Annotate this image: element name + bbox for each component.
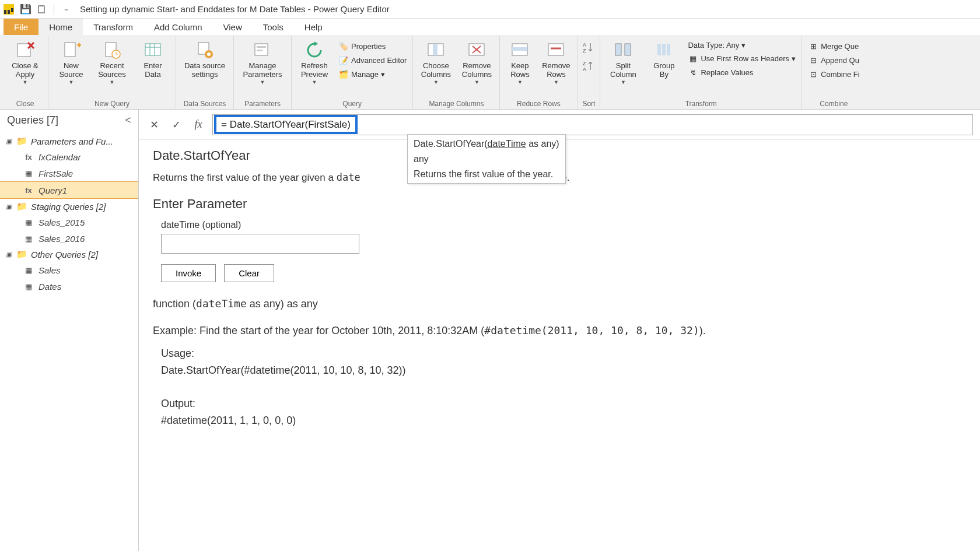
keep-rows-icon bbox=[509, 40, 530, 61]
manage-label: Manage bbox=[351, 70, 379, 79]
manage-button[interactable]: 🗂️Manage ▾ bbox=[336, 68, 409, 80]
invoke-button[interactable]: Invoke bbox=[161, 264, 216, 282]
svg-text:Z: Z bbox=[583, 48, 586, 54]
remove-columns-button[interactable]: Remove Columns ▼ bbox=[457, 38, 496, 86]
ribbon-tabs: File Home Transform Add Column View Tool… bbox=[0, 19, 980, 35]
tab-transform[interactable]: Transform bbox=[83, 19, 144, 35]
sort-asc-button[interactable]: AZ bbox=[581, 40, 596, 55]
replace-values-label: Replace Values bbox=[701, 68, 753, 77]
tree-item-sales2015[interactable]: ▦ Sales_2015 bbox=[0, 214, 138, 230]
tree-item-label: FirstSale bbox=[38, 169, 73, 178]
svg-rect-32 bbox=[625, 44, 631, 55]
funcline-mid: as any) as any bbox=[247, 298, 318, 310]
svg-rect-19 bbox=[433, 44, 438, 55]
enter-data-button[interactable]: Enter Data bbox=[134, 38, 172, 80]
choose-columns-label: Choose Columns bbox=[421, 62, 451, 79]
refresh-icon bbox=[304, 40, 325, 61]
tree-item-sales[interactable]: ▦ Sales bbox=[0, 262, 138, 278]
group-by-icon bbox=[653, 40, 674, 61]
remove-rows-button[interactable]: Remove Rows ▼ bbox=[538, 38, 573, 86]
group-label-query: Query bbox=[342, 99, 362, 109]
tree-group-staging[interactable]: ▣ 📁 Staging Queries [2] bbox=[0, 199, 138, 214]
new-source-icon: ✦ bbox=[61, 40, 82, 61]
tab-file[interactable]: File bbox=[4, 19, 38, 35]
cancel-formula-button[interactable]: ✕ bbox=[146, 117, 162, 133]
group-label-combine: Combine bbox=[820, 99, 848, 109]
manage-parameters-button[interactable]: Manage Parameters ▼ bbox=[237, 38, 288, 86]
enter-parameter-heading: Enter Parameter bbox=[153, 196, 966, 212]
collapse-pane-icon[interactable]: < bbox=[125, 114, 131, 127]
keep-rows-button[interactable]: Keep Rows ▼ bbox=[503, 38, 536, 86]
table-icon: ▦ bbox=[23, 281, 34, 292]
param-input[interactable] bbox=[161, 234, 359, 254]
formula-suffix: ) bbox=[347, 119, 351, 130]
tree-item-fxcalendar[interactable]: fx fxCalendar bbox=[0, 149, 138, 165]
tab-home[interactable]: Home bbox=[38, 19, 83, 35]
undo-icon[interactable] bbox=[36, 3, 48, 15]
append-queries-label: Append Qu bbox=[821, 56, 859, 65]
properties-button[interactable]: 🏷️Properties bbox=[336, 40, 409, 52]
formula-input[interactable]: = Date.StartOfYear(FirstSale) bbox=[212, 114, 973, 135]
first-row-headers-button[interactable]: ▦Use First Row as Headers ▾ bbox=[685, 52, 798, 65]
replace-icon: ↯ bbox=[688, 67, 698, 78]
function-doc: Date.StartOfYear Returns the first value… bbox=[139, 140, 980, 437]
refresh-preview-button[interactable]: Refresh Preview ▼ bbox=[295, 38, 334, 86]
table-icon: ▦ bbox=[23, 265, 34, 275]
dropdown-arrow-icon: ▼ bbox=[110, 79, 115, 85]
svg-rect-25 bbox=[548, 44, 564, 55]
split-column-icon bbox=[612, 40, 634, 61]
data-type-button[interactable]: Data Type: Any ▾ bbox=[685, 40, 798, 51]
clear-button[interactable]: Clear bbox=[224, 264, 274, 282]
qat-dropdown-icon[interactable]: ₌ bbox=[60, 3, 72, 15]
tooltip-sig-param: dateTime bbox=[488, 139, 526, 149]
tab-addcolumn[interactable]: Add Column bbox=[144, 19, 213, 35]
tree-group-parameters[interactable]: ▣ 📁 Parameters and Fu... bbox=[0, 134, 138, 149]
recent-sources-icon bbox=[102, 40, 123, 61]
dropdown-arrow-icon: ▼ bbox=[69, 79, 74, 85]
tree-item-firstsale[interactable]: ▦ FirstSale bbox=[0, 165, 138, 181]
param-label: dateTime (optional) bbox=[161, 220, 966, 230]
fx-icon: fx bbox=[23, 152, 34, 162]
sort-desc-button[interactable]: ZA bbox=[581, 58, 596, 73]
workspace: Queries [7] < ▣ 📁 Parameters and Fu... f… bbox=[0, 110, 980, 551]
accept-formula-button[interactable]: ✓ bbox=[168, 117, 184, 133]
close-apply-button[interactable]: Close & Apply ▼ bbox=[6, 38, 44, 86]
save-icon[interactable]: 💾 bbox=[20, 3, 32, 15]
data-source-settings-button[interactable]: Data source settings bbox=[180, 38, 230, 80]
tree-item-dates[interactable]: ▦ Dates bbox=[0, 278, 138, 294]
properties-label: Properties bbox=[351, 42, 386, 51]
table-icon: ▦ bbox=[23, 168, 34, 178]
group-by-label: Group By bbox=[653, 62, 674, 79]
recent-sources-button[interactable]: Recent Sources ▼ bbox=[93, 38, 131, 86]
split-column-button[interactable]: Split Column ▼ bbox=[604, 38, 642, 86]
new-source-button[interactable]: ✦ New Source ▼ bbox=[52, 38, 90, 86]
tree-group-other[interactable]: ▣ 📁 Other Queries [2] bbox=[0, 247, 138, 262]
example-code: #datetime(2011, 10, 10, 8, 10, 32) bbox=[484, 324, 699, 336]
tab-help[interactable]: Help bbox=[294, 19, 333, 35]
tooltip-signature: Date.StartOfYear(dateTime as any) bbox=[414, 138, 559, 149]
group-by-button[interactable]: Group By bbox=[645, 38, 683, 80]
remove-rows-icon bbox=[545, 40, 566, 61]
ribbon: Close & Apply ▼ Close ✦ New Source ▼ Rec… bbox=[0, 35, 980, 110]
choose-columns-button[interactable]: Choose Columns ▼ bbox=[416, 38, 455, 86]
group-close: Close & Apply ▼ Close bbox=[2, 36, 48, 109]
merge-queries-button[interactable]: ⊞Merge Que bbox=[806, 40, 862, 52]
tab-tools[interactable]: Tools bbox=[253, 19, 294, 35]
tree-item-query1[interactable]: fx Query1 bbox=[0, 181, 138, 199]
replace-values-button[interactable]: ↯Replace Values bbox=[685, 66, 798, 79]
advanced-editor-button[interactable]: 📝Advanced Editor bbox=[336, 54, 409, 66]
dropdown-arrow-icon: ▼ bbox=[517, 79, 523, 85]
svg-rect-0 bbox=[38, 6, 44, 13]
svg-rect-33 bbox=[657, 44, 661, 55]
combine-files-button[interactable]: ⊡Combine Fi bbox=[806, 68, 862, 80]
tree-item-label: Dates bbox=[38, 282, 61, 292]
tab-view[interactable]: View bbox=[213, 19, 253, 35]
append-queries-button[interactable]: ⊟Append Qu bbox=[806, 54, 862, 66]
tree-item-sales2016[interactable]: ▦ Sales_2016 bbox=[0, 230, 138, 247]
dropdown-arrow-icon: ▼ bbox=[433, 79, 439, 85]
group-sort: AZ ZA Sort bbox=[578, 36, 600, 109]
group-label-transform: Transform bbox=[685, 99, 717, 109]
data-type-label: Data Type: Any bbox=[688, 41, 739, 50]
queries-tree: ▣ 📁 Parameters and Fu... fx fxCalendar ▦… bbox=[0, 131, 138, 297]
fx-button[interactable]: fx bbox=[190, 117, 206, 133]
